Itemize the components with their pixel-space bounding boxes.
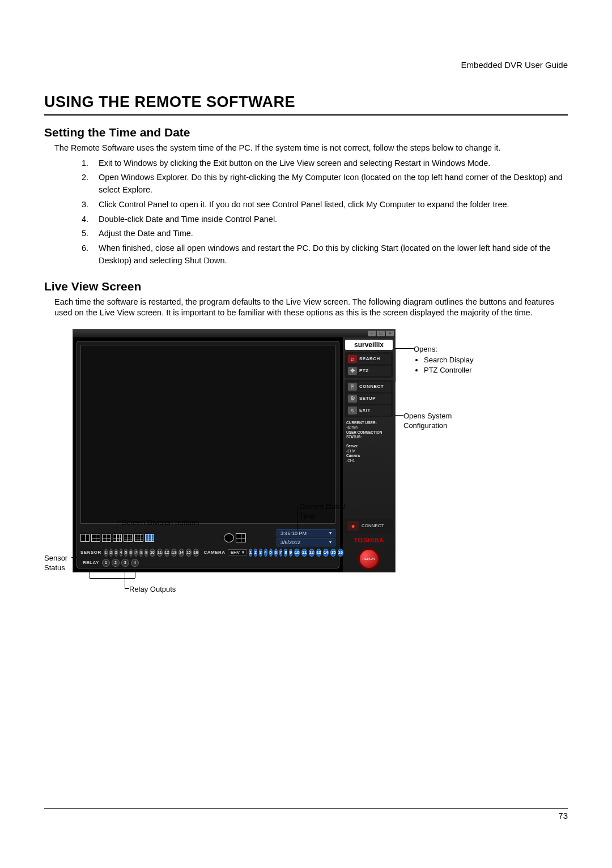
sensor-9[interactable]: 9 (144, 549, 148, 557)
camera-7[interactable]: 7 (279, 549, 283, 557)
record-icon: ● (347, 521, 359, 531)
relay-2[interactable]: 2 (112, 559, 120, 567)
sensor-6[interactable]: 6 (129, 549, 133, 557)
sensor-10[interactable]: 10 (150, 549, 155, 557)
server-label: Server (346, 444, 358, 448)
camera-label: Camera (346, 454, 360, 457)
cycle-icon[interactable]: ↻ (224, 533, 234, 542)
chevron-down-icon: ▾ (329, 540, 332, 545)
camera-3[interactable]: 3 (259, 549, 262, 557)
step-4: Double-click Date and Time inside Contro… (91, 213, 568, 226)
screen-division-buttons (80, 534, 222, 542)
camera-select[interactable]: EHV▾ (228, 549, 247, 555)
live-view-figure: – □ × (73, 329, 543, 612)
relay-1[interactable]: 1 (102, 559, 110, 567)
camera-14[interactable]: 14 (323, 549, 329, 557)
status-block: CURRENT USER: -admin USER CONNECTION STA… (345, 420, 393, 441)
sensor-2[interactable]: 2 (109, 549, 113, 557)
division-2x2b-icon[interactable] (102, 534, 111, 542)
sensor-11[interactable]: 11 (157, 549, 163, 557)
sensor-14[interactable]: 14 (178, 549, 184, 557)
relay-3[interactable]: 3 (121, 559, 129, 567)
camera-13[interactable]: 13 (316, 549, 322, 557)
connect-button[interactable]: ⎘ CONNECT (347, 382, 391, 392)
ptz-button[interactable]: ✥ PTZ (347, 366, 391, 376)
camera-2[interactable]: 2 (254, 549, 257, 557)
sensor-3[interactable]: 3 (114, 549, 118, 557)
camera-12[interactable]: 12 (309, 549, 314, 557)
date-box[interactable]: 3/6/2012▾ (277, 538, 335, 546)
section-time-title: Setting the Time and Date (44, 126, 568, 139)
callout-opens-li2: PTZ Controller (424, 366, 473, 375)
sensor-5[interactable]: 5 (124, 549, 128, 557)
sensor-16[interactable]: 16 (193, 549, 199, 557)
steps-list: Exit to Windows by clicking the Exit but… (44, 157, 568, 267)
doc-header: Embedded DVR User Guide (44, 60, 568, 70)
camera-5[interactable]: 5 (269, 549, 273, 557)
division-1x2-icon[interactable] (80, 534, 90, 542)
replay-label: REPLAY (362, 557, 375, 561)
time-box[interactable]: 3:46:10 PM▾ (277, 529, 335, 537)
setup-button[interactable]: ⚙ SETUP (347, 394, 391, 404)
callout-opens: Opens: Search Display PTZ Controller (414, 345, 473, 377)
titlebar: – □ × (73, 330, 395, 337)
section-live-intro: Each time the software is restarted, the… (54, 297, 568, 319)
date-value: 3/6/2012 (280, 540, 300, 545)
ucs-label: USER CONNECTION STATUS: (346, 430, 382, 439)
camera-bar-label: CAMERA (204, 550, 226, 555)
minimize-button[interactable]: – (368, 331, 376, 336)
section-time-intro: The Remote Software uses the system time… (54, 143, 568, 154)
connect-button-label: CONNECT (359, 384, 384, 389)
step-3: Click Control Panel to open it. If you d… (91, 199, 568, 211)
sensor-12[interactable]: 12 (164, 549, 170, 557)
video-area: ↻ 3:46:10 PM▾ 3/6/2012▾ SENSOR 1 2 (76, 341, 339, 568)
sensor-8[interactable]: 8 (139, 549, 143, 557)
control-bar: ↻ 3:46:10 PM▾ 3/6/2012▾ SENSOR 1 2 (77, 527, 339, 568)
maximize-button[interactable]: □ (377, 331, 385, 336)
sensor-7[interactable]: 7 (134, 549, 138, 557)
camera-16[interactable]: 16 (338, 549, 343, 557)
video-viewport (80, 345, 335, 524)
page-footer: 73 (44, 808, 568, 820)
close-button[interactable]: × (386, 331, 394, 336)
division-4x4-icon[interactable] (134, 534, 143, 542)
plug-icon: ⎘ (348, 383, 357, 391)
brand-logo: surveillix (345, 340, 393, 350)
server-value: -EHV (346, 449, 355, 453)
exit-icon: ⎋ (348, 407, 357, 414)
camera-11[interactable]: 11 (301, 549, 307, 557)
sensor-15[interactable]: 15 (186, 549, 192, 557)
sensor-4[interactable]: 4 (120, 549, 123, 557)
ptz-button-label: PTZ (359, 368, 369, 373)
search-button[interactable]: ⌕ SEARCH (347, 354, 391, 364)
sensor-13[interactable]: 13 (171, 549, 177, 557)
fullscreen-icon[interactable] (236, 533, 246, 542)
search-icon: ⌕ (348, 355, 357, 363)
callout-opens-label: Opens: (414, 345, 437, 353)
callout-division: Screen Division buttons (122, 518, 199, 528)
chevron-down-icon: ▾ (329, 531, 332, 536)
section-live-title: Live View Screen (44, 280, 568, 293)
camera-15[interactable]: 15 (330, 549, 336, 557)
exit-button-label: EXIT (359, 408, 371, 413)
camera-8[interactable]: 8 (284, 549, 287, 557)
relay-4[interactable]: 4 (131, 559, 139, 567)
division-3x3-icon[interactable] (124, 534, 133, 542)
callout-datetime: Current Date / Time (299, 502, 362, 521)
camera-9[interactable]: 9 (289, 549, 292, 557)
camera-10[interactable]: 10 (294, 549, 300, 557)
camera-1[interactable]: 1 (249, 549, 252, 557)
search-button-label: SEARCH (359, 356, 380, 361)
division-3x2-icon[interactable] (113, 534, 122, 542)
exit-button[interactable]: ⎋ EXIT (347, 405, 391, 416)
setup-button-label: SETUP (359, 396, 376, 401)
camera-4[interactable]: 4 (264, 549, 267, 557)
replay-button[interactable]: REPLAY (345, 548, 393, 570)
callout-opens-li1: Search Display (424, 356, 473, 365)
callout-sensor: Sensor Status (44, 554, 73, 573)
sensor-1[interactable]: 1 (104, 549, 108, 557)
sensor-label: SENSOR (80, 550, 101, 555)
camera-6[interactable]: 6 (274, 549, 278, 557)
division-2x2-icon[interactable] (91, 534, 100, 542)
division-grid-icon[interactable] (145, 534, 154, 542)
